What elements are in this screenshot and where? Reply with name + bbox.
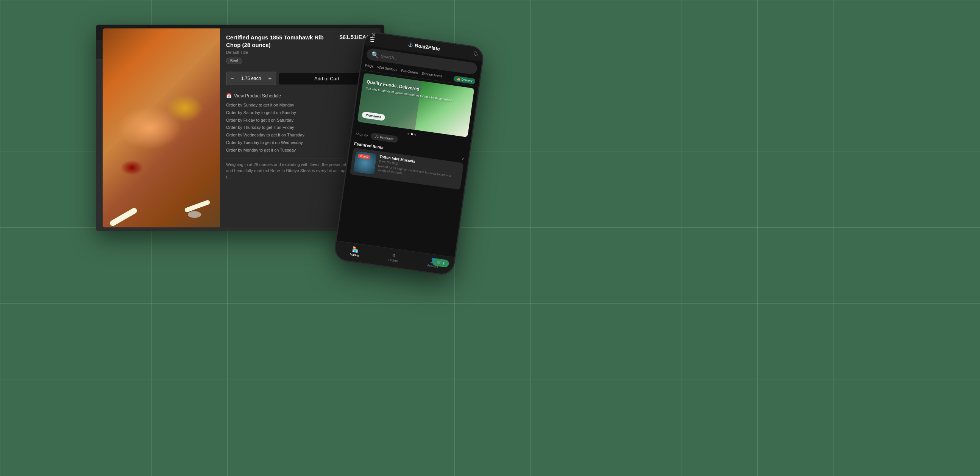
cart-icon: 🛒: [437, 260, 441, 265]
product-modal: ✕ Certified Angus 1855 Tomahawk Rib Chop…: [103, 29, 380, 227]
carousel-dot-1[interactable]: [407, 133, 409, 135]
featured-item-image: Promo: [353, 151, 377, 175]
modal-body: Certified Angus 1855 Tomahawk Rib Chop (…: [103, 29, 380, 227]
salt-bowl: [188, 211, 201, 218]
meat-bone-1: [109, 207, 138, 227]
bottom-nav-orders[interactable]: ≡ Orders: [388, 251, 399, 263]
mobile-bottom-nav: 🏪 Market ≡ Orders 👤 Account: [334, 241, 454, 275]
quantity-display: 1.75 each: [238, 76, 264, 81]
search-icon: 🔍: [371, 51, 379, 59]
carousel-dot-3[interactable]: [414, 133, 416, 136]
anchor-icon: ⚓: [407, 42, 414, 48]
tab-wild-seafood[interactable]: Wild Seafood: [377, 65, 398, 73]
quantity-row: − 1.75 each + Add to Cart: [226, 72, 374, 85]
mobile-wishlist-icon[interactable]: ♡: [473, 50, 479, 58]
bottom-nav-market[interactable]: 🏪 Market: [350, 246, 360, 257]
tab-faqs[interactable]: FAQs: [365, 63, 374, 70]
carousel-dot-2[interactable]: [410, 133, 413, 135]
product-subtitle: Default Title: [226, 50, 374, 54]
promo-badge: Promo: [358, 153, 370, 159]
featured-arrow-icon[interactable]: ∨: [461, 156, 465, 161]
modal-close-button[interactable]: ✕: [371, 32, 376, 39]
boat2plate-logo: ⚓ Boat2Plate: [407, 42, 440, 52]
beef-tag: Beef: [226, 58, 242, 64]
orders-label: Orders: [388, 258, 398, 263]
calendar-icon: 📅: [226, 93, 232, 99]
schedule-header[interactable]: 📅 View Product Schedule ∧: [226, 90, 374, 99]
delivery-label: Delivery: [461, 78, 473, 83]
shop-by-label: Shop by: [355, 132, 368, 137]
boat2plate-name: Boat2Plate: [414, 42, 441, 51]
tab-service-areas[interactable]: Service Areas: [421, 71, 443, 80]
meat-bone-2: [184, 199, 210, 212]
product-image: [103, 29, 220, 227]
meat-visual: [103, 29, 220, 227]
hero-title: Quality Foods, Delivered See why hundred…: [366, 79, 455, 103]
mobile-cart-count: 2: [442, 261, 445, 265]
schedule-label: View Product Schedule: [234, 93, 281, 99]
market-label: Market: [350, 253, 359, 257]
tab-pre-orders[interactable]: Pre-Orders: [401, 69, 418, 76]
delivery-badge[interactable]: 🚚 Delivery: [453, 76, 476, 85]
schedule-item: Order by Saturday to get it on Sunday: [226, 109, 374, 117]
orders-icon: ≡: [392, 252, 396, 259]
product-title: Certified Angus 1855 Tomahawk Rib Chop (…: [226, 34, 336, 48]
market-icon: 🏪: [352, 246, 359, 253]
quantity-increase-button[interactable]: +: [264, 72, 276, 85]
schedule-item: Order by Sunday to get it on Monday: [226, 102, 374, 109]
quantity-decrease-button[interactable]: −: [226, 72, 238, 85]
quantity-control[interactable]: − 1.75 each +: [226, 72, 276, 85]
product-header: Certified Angus 1855 Tomahawk Rib Chop (…: [226, 34, 374, 48]
truck-icon: 🚚: [456, 77, 460, 81]
view-items-button[interactable]: View Items: [362, 112, 385, 121]
